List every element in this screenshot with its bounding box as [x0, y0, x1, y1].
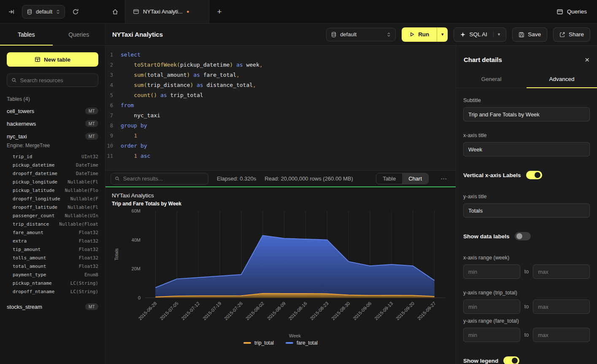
y-axis-range-trip-min-input[interactable]	[463, 299, 520, 314]
editor-line[interactable]: 11 1 asc	[105, 151, 456, 161]
column-row[interactable]: dropoff_datetimeDateTime	[13, 170, 98, 178]
y-axis-title-input[interactable]	[463, 203, 590, 218]
home-icon[interactable]	[105, 0, 125, 23]
legend-item[interactable]: fare_total	[286, 340, 318, 346]
table-name: stocks_stream	[7, 304, 42, 310]
editor-line[interactable]: 5 count() as trip_total	[105, 90, 456, 100]
resources-search[interactable]	[7, 73, 98, 87]
tab-advanced[interactable]: Advanced	[527, 71, 597, 88]
toggle-knob	[516, 233, 522, 239]
column-row[interactable]: pickup_datetimeDateTime	[13, 161, 98, 170]
tab-tables[interactable]: Tables	[0, 24, 53, 45]
run-button[interactable]: Run	[402, 27, 437, 42]
line-number: 8	[105, 121, 121, 131]
refresh-icon[interactable]	[70, 6, 81, 17]
new-table-label: New table	[44, 57, 70, 63]
table-list-item[interactable]: cell_towersMT	[0, 105, 105, 117]
x-axis-title-input[interactable]	[463, 142, 590, 156]
chart-section: NYTaxi Analytics Trip and Fare Totals by…	[105, 187, 456, 364]
show-data-labels-row: Show data labels	[463, 232, 590, 240]
column-name: passenger_count	[13, 212, 54, 220]
column-type: DateTime	[76, 161, 98, 170]
svg-text:2015-08-23: 2015-08-23	[309, 301, 329, 321]
column-row[interactable]: trip_idUInt32	[13, 153, 98, 161]
subtitle-input[interactable]	[463, 107, 590, 121]
table-list-item[interactable]: nyc_taxiMT	[0, 130, 105, 143]
view-toggle: Table Chart	[376, 173, 429, 184]
queries-button[interactable]: Queries	[556, 8, 587, 15]
share-button[interactable]: Share	[553, 27, 590, 42]
editor-line[interactable]: 6from	[105, 100, 456, 111]
editor-line[interactable]: 9 1	[105, 131, 456, 141]
svg-text:2015-07-05: 2015-07-05	[159, 301, 179, 321]
resources-search-input[interactable]	[20, 77, 94, 84]
editor-line[interactable]: 8group by	[105, 121, 456, 131]
legend-item[interactable]: trip_total	[243, 340, 274, 346]
column-row[interactable]: dropoff_longitudeNullable(F	[13, 195, 98, 203]
column-row[interactable]: dropoff_ntanameLC(String)	[13, 288, 98, 296]
save-button[interactable]: Save	[512, 27, 547, 42]
column-name: fare_amount	[13, 229, 43, 237]
column-row[interactable]: tolls_amountFloat32	[13, 254, 98, 262]
column-row[interactable]: pickup_latitudeNullable(Flo	[13, 186, 98, 195]
save-icon	[519, 32, 524, 38]
column-row[interactable]: fare_amountFloat32	[13, 229, 98, 237]
editor-line[interactable]: 1select	[105, 50, 456, 60]
x-axis-range-min-input[interactable]	[463, 264, 520, 279]
chevron-updown-icon	[386, 32, 391, 38]
vertical-x-labels-toggle[interactable]	[526, 171, 542, 179]
close-icon[interactable]: ×	[585, 56, 589, 64]
database-selector-topbar[interactable]: default	[22, 5, 65, 19]
column-row[interactable]: tip_amountFloat32	[13, 245, 98, 254]
svg-text:2015-07-12: 2015-07-12	[180, 301, 200, 321]
show-legend-toggle[interactable]	[503, 356, 519, 364]
svg-text:2015-09-20: 2015-09-20	[395, 301, 415, 321]
query-tab[interactable]: NYTaxi Analyti... ●	[125, 0, 209, 23]
editor-line[interactable]: 4 sum(trip_distance) as distance_total,	[105, 80, 456, 90]
run-options-caret[interactable]: ▾	[437, 27, 448, 42]
results-search-input[interactable]	[123, 175, 204, 182]
tab-general[interactable]: General	[456, 71, 527, 88]
body: Tables Queries New table Tables (4) cell…	[0, 24, 597, 364]
y-axis-range-fare-min-input[interactable]	[463, 328, 520, 342]
more-options-icon[interactable]: ⋯	[437, 175, 451, 183]
right-area: NYTaxi Analytics default Run ▾ SQL AI	[105, 24, 597, 364]
table-list-item[interactable]: stocks_streamMT	[0, 300, 105, 313]
results-search[interactable]	[111, 173, 208, 185]
sql-editor[interactable]: 1select2 toStartOfWeek(pickup_datetime) …	[105, 46, 456, 170]
collapse-sidebar-icon[interactable]	[6, 6, 17, 17]
sql-ai-button[interactable]: SQL AI ▾	[454, 27, 506, 42]
database-icon	[27, 9, 32, 15]
topbar-right: Queries	[556, 0, 597, 23]
subtitle-field-group: Subtitle	[463, 97, 590, 121]
column-row[interactable]: total_amountFloat32	[13, 262, 98, 271]
new-table-button[interactable]: New table	[7, 52, 98, 67]
database-selector-query[interactable]: default	[326, 28, 396, 41]
show-data-labels-toggle[interactable]	[515, 232, 531, 240]
line-number: 4	[105, 80, 121, 90]
new-tab-button[interactable]: +	[209, 0, 230, 23]
x-axis-title-field-group: x-axis title	[463, 132, 590, 156]
column-row[interactable]: pickup_ntanameLC(String)	[13, 279, 98, 288]
column-row[interactable]: passenger_countNullable(UIn	[13, 212, 98, 220]
tab-queries[interactable]: Queries	[53, 24, 105, 45]
editor-line[interactable]: 3 sum(total_amount) as fare_total,	[105, 70, 456, 80]
editor-line[interactable]: 7 nyc_taxi	[105, 111, 456, 121]
table-list-item[interactable]: hackernewsMT	[0, 117, 105, 130]
sql-ai-caret[interactable]: ▾	[493, 32, 500, 37]
engine-badge: MT	[85, 108, 98, 114]
column-name: pickup_latitude	[13, 186, 54, 195]
column-row[interactable]: extraFloat32	[13, 237, 98, 245]
column-type: DateTime	[76, 170, 98, 178]
view-table-button[interactable]: Table	[376, 173, 402, 184]
editor-line[interactable]: 10order by	[105, 141, 456, 151]
column-row[interactable]: payment_typeEnum8	[13, 271, 98, 279]
editor-line[interactable]: 2 toStartOfWeek(pickup_datetime) as week…	[105, 60, 456, 70]
column-row[interactable]: trip_distanceNullable(Float	[13, 220, 98, 229]
view-chart-button[interactable]: Chart	[402, 173, 428, 184]
column-row[interactable]: dropoff_latitudeNullable(Fl	[13, 203, 98, 212]
column-row[interactable]: pickup_longitudeNullable(Fl	[13, 178, 98, 186]
y-axis-range-trip-max-input[interactable]	[533, 299, 590, 314]
y-axis-range-fare-max-input[interactable]	[533, 328, 590, 342]
x-axis-range-max-input[interactable]	[533, 264, 590, 279]
